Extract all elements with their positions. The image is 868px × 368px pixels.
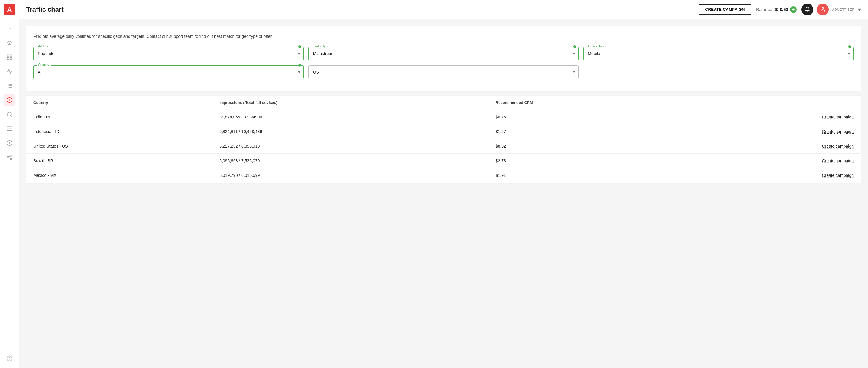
create-campaign-link[interactable]: Create campaign: [685, 124, 861, 139]
filter-row-2: Country All India Indonesia United State…: [33, 65, 854, 79]
svg-rect-4: [7, 58, 9, 60]
svg-rect-3: [10, 55, 11, 57]
sidebar-item-list[interactable]: [4, 80, 16, 92]
device-format-wrapper: Device format Mobile Desktop Tablet ▾: [583, 47, 854, 60]
traffic-type-label: Traffic type: [312, 45, 331, 48]
cell-cpm: $0.76: [489, 110, 685, 124]
table-row: Mexico - MX 5,019,790 / 6,015,699 $1.91 …: [26, 168, 861, 183]
svg-point-22: [7, 157, 9, 158]
sidebar-item-billing[interactable]: [4, 137, 16, 149]
create-campaign-link[interactable]: Create campaign: [685, 153, 861, 168]
svg-line-24: [9, 158, 10, 159]
add-balance-button[interactable]: +: [790, 6, 797, 13]
svg-point-14: [7, 112, 11, 116]
app-logo[interactable]: A: [4, 4, 16, 16]
country-wrapper: Country All India Indonesia United State…: [33, 65, 304, 79]
page-title: Traffic chart: [26, 6, 694, 13]
os-wrapper: OS All Android iOS Windows macOS ▾: [308, 65, 579, 79]
sidebar-item-affiliate[interactable]: [4, 151, 16, 163]
device-format-select[interactable]: Mobile Desktop Tablet: [583, 47, 854, 60]
cell-cpm: $1.91: [489, 168, 685, 183]
sidebar-item-search[interactable]: [4, 108, 16, 120]
balance-amount: 8.50: [780, 7, 788, 12]
filter-row-1: Ad Unit Popunder Banner Native Interstit…: [33, 47, 854, 60]
cell-country: Mexico - MX: [26, 168, 212, 183]
sidebar-item-traffic-chart[interactable]: [4, 94, 16, 106]
device-format-label: Device format: [587, 45, 610, 48]
sidebar-bottom: [4, 352, 16, 364]
svg-rect-16: [6, 126, 12, 131]
table-header-row: Country Impressions / Total (all devices…: [26, 95, 861, 110]
create-campaign-link[interactable]: Create campaign: [685, 168, 861, 183]
col-country: Country: [26, 95, 212, 110]
ad-unit-active-dot: [298, 45, 301, 48]
traffic-type-select[interactable]: Mainstream Adult: [308, 47, 579, 60]
svg-rect-5: [10, 58, 11, 60]
country-select[interactable]: All India Indonesia United States Brazil…: [33, 65, 304, 79]
ad-unit-wrapper: Ad Unit Popunder Banner Native Interstit…: [33, 47, 304, 60]
svg-text:A: A: [7, 6, 12, 13]
header-icons: ADVERTISER ▾: [801, 4, 861, 16]
country-active-dot: [298, 64, 301, 67]
main-wrapper: Traffic chart CREATE CAMPAIGN Balance: $…: [19, 0, 868, 368]
balance-label: Balance:: [756, 7, 773, 12]
ad-unit-select[interactable]: Popunder Banner Native Interstitial: [33, 47, 304, 60]
cell-cpm: $2.73: [489, 153, 685, 168]
advertiser-label: ADVERTISER: [832, 8, 855, 11]
col-impressions: Impressions / Total (all devices): [212, 95, 489, 110]
balance-section: Balance: $ 8.50 +: [756, 6, 797, 13]
sidebar-item-help[interactable]: [4, 352, 16, 364]
table-row: Brazil - BR 6,096,693 / 7,536,070 $2.73 …: [26, 153, 861, 168]
create-campaign-link[interactable]: Create campaign: [685, 139, 861, 153]
cell-impressions: 6,227,252 / 8,356,910: [212, 139, 489, 153]
table-row: India - IN 34,878,065 / 37,366,003 $0.76…: [26, 110, 861, 124]
table-card: Country Impressions / Total (all devices…: [26, 95, 861, 183]
cell-country: India - IN: [26, 110, 212, 124]
cell-country: United States - US: [26, 139, 212, 153]
svg-point-13: [9, 100, 10, 101]
sidebar-expand-button[interactable]: →: [4, 23, 16, 34]
traffic-type-wrapper: Traffic type Mainstream Adult ▾: [308, 47, 579, 60]
table-row: United States - US 6,227,252 / 8,356,910…: [26, 139, 861, 153]
content-area: Find out average daily volumes for speci…: [19, 19, 868, 368]
sidebar-nav: →: [4, 23, 16, 352]
svg-line-25: [9, 156, 10, 157]
user-avatar[interactable]: [817, 4, 829, 16]
header-dropdown-icon[interactable]: ▾: [858, 6, 861, 13]
country-label: Country: [37, 63, 51, 66]
notification-button[interactable]: [801, 4, 813, 16]
sidebar-item-dashboard[interactable]: [4, 51, 16, 63]
device-format-active-dot: [848, 45, 851, 48]
ad-unit-label: Ad Unit: [37, 45, 50, 48]
cell-impressions: 34,878,065 / 37,366,003: [212, 110, 489, 124]
svg-point-28: [822, 7, 824, 9]
svg-point-12: [7, 98, 12, 103]
header: Traffic chart CREATE CAMPAIGN Balance: $…: [19, 0, 868, 19]
svg-point-23: [10, 158, 11, 160]
filter-description: Find out average daily volumes for speci…: [33, 33, 854, 39]
cell-cpm: $1.57: [489, 124, 685, 139]
cell-impressions: 5,019,790 / 6,015,699: [212, 168, 489, 183]
sidebar: A →: [0, 0, 19, 368]
filter-card: Find out average daily volumes for speci…: [26, 26, 861, 91]
cell-country: Brazil - BR: [26, 153, 212, 168]
table-row: Indonesia - ID 9,824,811 / 10,458,439 $1…: [26, 124, 861, 139]
create-campaign-link[interactable]: Create campaign: [685, 110, 861, 124]
sidebar-item-payment[interactable]: [4, 123, 16, 135]
sidebar-item-education[interactable]: [4, 37, 16, 49]
sidebar-item-analytics[interactable]: [4, 65, 16, 77]
create-campaign-button[interactable]: CREATE CAMPAIGN: [699, 4, 751, 15]
data-table: Country Impressions / Total (all devices…: [26, 95, 861, 183]
svg-line-15: [10, 115, 11, 117]
col-cpm: Recommended CPM: [489, 95, 685, 110]
svg-point-21: [10, 155, 11, 156]
cell-cpm: $8.82: [489, 139, 685, 153]
col-action: [685, 95, 861, 110]
os-select[interactable]: OS All Android iOS Windows macOS: [308, 65, 579, 79]
cell-impressions: 9,824,811 / 10,458,439: [212, 124, 489, 139]
svg-rect-2: [7, 55, 9, 57]
cell-impressions: 6,096,693 / 7,536,070: [212, 153, 489, 168]
cell-country: Indonesia - ID: [26, 124, 212, 139]
balance-currency: $: [775, 7, 778, 12]
